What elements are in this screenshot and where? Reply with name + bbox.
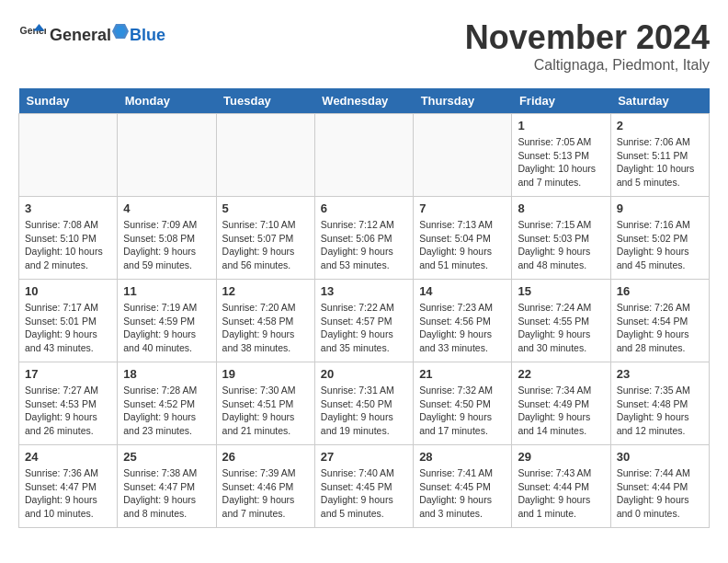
day-info: Sunrise: 7:26 AM Sunset: 4:54 PM Dayligh… xyxy=(617,301,703,355)
calendar-cell: 14Sunrise: 7:23 AM Sunset: 4:56 PM Dayli… xyxy=(414,280,512,362)
calendar-cell: 15Sunrise: 7:24 AM Sunset: 4:55 PM Dayli… xyxy=(512,280,610,362)
day-number: 6 xyxy=(321,201,407,215)
day-info: Sunrise: 7:35 AM Sunset: 4:48 PM Dayligh… xyxy=(617,384,703,438)
day-info: Sunrise: 7:06 AM Sunset: 5:11 PM Dayligh… xyxy=(617,135,703,190)
calendar-cell: 2Sunrise: 7:06 AM Sunset: 5:11 PM Daylig… xyxy=(610,114,709,197)
logo: General General Blue xyxy=(18,18,165,46)
calendar-cell: 16Sunrise: 7:26 AM Sunset: 4:54 PM Dayli… xyxy=(610,280,709,362)
logo-text-general: General xyxy=(50,26,111,45)
calendar-week-5: 24Sunrise: 7:36 AM Sunset: 4:47 PM Dayli… xyxy=(19,445,710,528)
day-info: Sunrise: 7:34 AM Sunset: 4:49 PM Dayligh… xyxy=(518,384,604,438)
day-number: 22 xyxy=(518,367,604,381)
day-number: 12 xyxy=(222,284,309,298)
calendar-cell: 26Sunrise: 7:39 AM Sunset: 4:46 PM Dayli… xyxy=(216,445,314,528)
day-info: Sunrise: 7:23 AM Sunset: 4:56 PM Dayligh… xyxy=(419,301,506,355)
day-number: 1 xyxy=(518,119,604,132)
calendar-cell: 24Sunrise: 7:36 AM Sunset: 4:47 PM Dayli… xyxy=(19,445,118,528)
calendar-cell: 25Sunrise: 7:38 AM Sunset: 4:47 PM Dayli… xyxy=(118,445,216,528)
calendar-cell: 20Sunrise: 7:31 AM Sunset: 4:50 PM Dayli… xyxy=(314,362,413,445)
day-info: Sunrise: 7:44 AM Sunset: 4:44 PM Dayligh… xyxy=(617,466,703,521)
calendar-cell xyxy=(414,114,512,197)
day-number: 20 xyxy=(321,367,407,381)
day-number: 29 xyxy=(518,450,604,464)
day-info: Sunrise: 7:30 AM Sunset: 4:51 PM Dayligh… xyxy=(222,384,309,438)
calendar-cell: 9Sunrise: 7:16 AM Sunset: 5:02 PM Daylig… xyxy=(610,197,709,280)
calendar-cell xyxy=(19,114,118,197)
calendar-cell: 27Sunrise: 7:40 AM Sunset: 4:45 PM Dayli… xyxy=(314,445,413,528)
day-info: Sunrise: 7:20 AM Sunset: 4:58 PM Dayligh… xyxy=(222,301,309,355)
page-header: General General Blue November 2024 Calti… xyxy=(18,18,710,74)
title-section: November 2024 Caltignaga, Piedmont, Ital… xyxy=(465,18,710,74)
day-info: Sunrise: 7:39 AM Sunset: 4:46 PM Dayligh… xyxy=(222,466,309,521)
calendar-week-4: 17Sunrise: 7:27 AM Sunset: 4:53 PM Dayli… xyxy=(19,362,710,445)
calendar-cell: 10Sunrise: 7:17 AM Sunset: 5:01 PM Dayli… xyxy=(19,280,118,362)
calendar-cell: 4Sunrise: 7:09 AM Sunset: 5:08 PM Daylig… xyxy=(118,197,216,280)
day-number: 7 xyxy=(419,201,506,215)
day-info: Sunrise: 7:27 AM Sunset: 4:53 PM Dayligh… xyxy=(25,384,111,438)
day-info: Sunrise: 7:36 AM Sunset: 4:47 PM Dayligh… xyxy=(25,466,111,521)
day-number: 2 xyxy=(617,119,703,132)
calendar-cell: 22Sunrise: 7:34 AM Sunset: 4:49 PM Dayli… xyxy=(512,362,610,445)
calendar-cell: 17Sunrise: 7:27 AM Sunset: 4:53 PM Dayli… xyxy=(19,362,118,445)
calendar-cell: 29Sunrise: 7:43 AM Sunset: 4:44 PM Dayli… xyxy=(512,445,610,528)
weekday-header-tuesday: Tuesday xyxy=(216,88,314,114)
weekday-header-thursday: Thursday xyxy=(414,88,512,114)
calendar-cell: 7Sunrise: 7:13 AM Sunset: 5:04 PM Daylig… xyxy=(414,197,512,280)
day-number: 3 xyxy=(25,201,111,215)
calendar-cell: 1Sunrise: 7:05 AM Sunset: 5:13 PM Daylig… xyxy=(512,114,610,197)
day-number: 15 xyxy=(518,284,604,298)
day-info: Sunrise: 7:32 AM Sunset: 4:50 PM Dayligh… xyxy=(419,384,506,438)
month-title: November 2024 xyxy=(465,18,710,57)
day-number: 13 xyxy=(321,284,407,298)
calendar-cell: 19Sunrise: 7:30 AM Sunset: 4:51 PM Dayli… xyxy=(216,362,314,445)
day-info: Sunrise: 7:38 AM Sunset: 4:47 PM Dayligh… xyxy=(123,466,210,521)
weekday-header-friday: Friday xyxy=(512,88,610,114)
calendar-cell: 21Sunrise: 7:32 AM Sunset: 4:50 PM Dayli… xyxy=(414,362,512,445)
day-info: Sunrise: 7:10 AM Sunset: 5:07 PM Dayligh… xyxy=(222,218,309,272)
day-info: Sunrise: 7:16 AM Sunset: 5:02 PM Dayligh… xyxy=(617,218,703,272)
logo-wave-icon xyxy=(112,20,129,40)
day-number: 16 xyxy=(617,284,703,298)
day-info: Sunrise: 7:41 AM Sunset: 4:45 PM Dayligh… xyxy=(419,466,506,521)
day-number: 5 xyxy=(222,201,309,215)
day-number: 23 xyxy=(617,367,703,381)
day-number: 17 xyxy=(25,367,111,381)
logo-text-blue: Blue xyxy=(130,26,165,45)
day-number: 25 xyxy=(123,450,210,464)
day-info: Sunrise: 7:17 AM Sunset: 5:01 PM Dayligh… xyxy=(25,301,111,355)
calendar-cell: 5Sunrise: 7:10 AM Sunset: 5:07 PM Daylig… xyxy=(216,197,314,280)
day-number: 11 xyxy=(123,284,210,298)
day-number: 19 xyxy=(222,367,309,381)
calendar-cell: 11Sunrise: 7:19 AM Sunset: 4:59 PM Dayli… xyxy=(118,280,216,362)
weekday-header-sunday: Sunday xyxy=(19,88,118,114)
day-info: Sunrise: 7:40 AM Sunset: 4:45 PM Dayligh… xyxy=(321,466,407,521)
calendar-cell xyxy=(314,114,413,197)
day-info: Sunrise: 7:15 AM Sunset: 5:03 PM Dayligh… xyxy=(518,218,604,272)
logo-icon: General xyxy=(18,18,46,46)
day-info: Sunrise: 7:31 AM Sunset: 4:50 PM Dayligh… xyxy=(321,384,407,438)
weekday-header-monday: Monday xyxy=(118,88,216,114)
day-info: Sunrise: 7:24 AM Sunset: 4:55 PM Dayligh… xyxy=(518,301,604,355)
calendar-cell xyxy=(118,114,216,197)
day-number: 14 xyxy=(419,284,506,298)
location-subtitle: Caltignaga, Piedmont, Italy xyxy=(465,57,710,74)
calendar-cell: 12Sunrise: 7:20 AM Sunset: 4:58 PM Dayli… xyxy=(216,280,314,362)
day-info: Sunrise: 7:05 AM Sunset: 5:13 PM Dayligh… xyxy=(518,135,604,190)
weekday-header-row: SundayMondayTuesdayWednesdayThursdayFrid… xyxy=(19,88,710,114)
day-number: 28 xyxy=(419,450,506,464)
calendar-cell: 3Sunrise: 7:08 AM Sunset: 5:10 PM Daylig… xyxy=(19,197,118,280)
day-number: 4 xyxy=(123,201,210,215)
weekday-header-wednesday: Wednesday xyxy=(314,88,413,114)
calendar-cell: 18Sunrise: 7:28 AM Sunset: 4:52 PM Dayli… xyxy=(118,362,216,445)
day-number: 8 xyxy=(518,201,604,215)
day-info: Sunrise: 7:19 AM Sunset: 4:59 PM Dayligh… xyxy=(123,301,210,355)
calendar-cell: 23Sunrise: 7:35 AM Sunset: 4:48 PM Dayli… xyxy=(610,362,709,445)
day-number: 9 xyxy=(617,201,703,215)
calendar-week-3: 10Sunrise: 7:17 AM Sunset: 5:01 PM Dayli… xyxy=(19,280,710,362)
day-info: Sunrise: 7:13 AM Sunset: 5:04 PM Dayligh… xyxy=(419,218,506,272)
day-info: Sunrise: 7:09 AM Sunset: 5:08 PM Dayligh… xyxy=(123,218,210,272)
weekday-header-saturday: Saturday xyxy=(610,88,709,114)
calendar-week-1: 1Sunrise: 7:05 AM Sunset: 5:13 PM Daylig… xyxy=(19,114,710,197)
day-number: 27 xyxy=(321,450,407,464)
calendar-week-2: 3Sunrise: 7:08 AM Sunset: 5:10 PM Daylig… xyxy=(19,197,710,280)
